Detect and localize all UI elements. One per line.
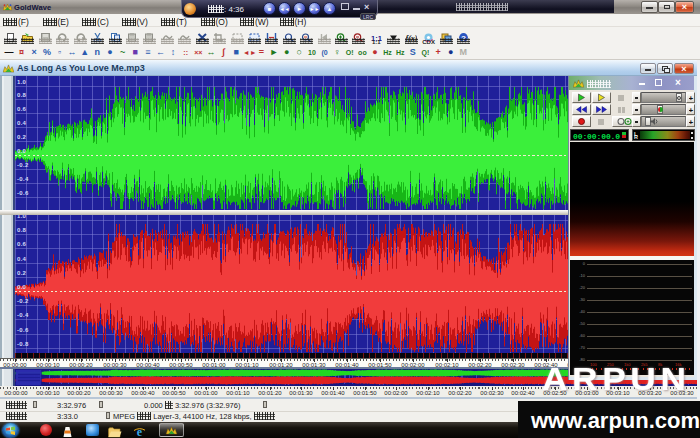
svg-text:e: e bbox=[137, 426, 143, 438]
